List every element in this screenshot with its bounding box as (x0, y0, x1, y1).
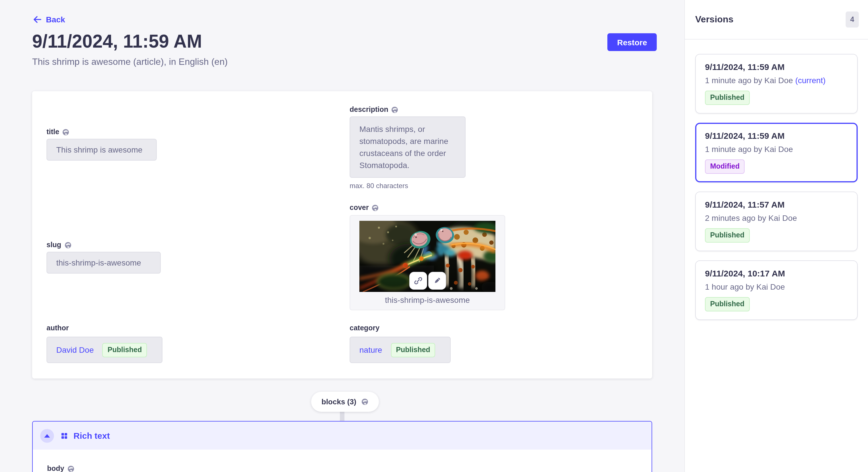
version-status-badge: Published (705, 228, 749, 243)
page-title: 9/11/2024, 11:59 AM (32, 30, 202, 52)
version-byline: 2 minutes ago by Kai Doe (705, 213, 848, 223)
author-status-badge: Published (102, 343, 147, 357)
rich-text-block: Rich text body (32, 421, 652, 472)
title-input[interactable]: This shrimp is awesome (46, 139, 157, 161)
author-relation-box: David Doe Published (46, 337, 162, 363)
back-label: Back (46, 15, 65, 24)
globe-icon (372, 204, 379, 211)
globe-icon (64, 241, 71, 248)
version-card[interactable]: 9/11/2024, 11:59 AM 1 minute ago by Kai … (695, 54, 858, 113)
pencil-icon (432, 276, 442, 285)
version-fields-card: title This shrimp is awesome description… (32, 91, 652, 378)
link-icon (413, 276, 423, 285)
slug-field-label: slug (46, 241, 71, 249)
restore-button[interactable]: Restore (608, 33, 657, 51)
author-field-label: author (46, 324, 69, 332)
blocks-pill-label: blocks (3) (321, 398, 356, 406)
versions-list: 9/11/2024, 11:59 AM 1 minute ago by Kai … (685, 40, 868, 320)
category-relation-link[interactable]: nature (360, 345, 382, 355)
cover-media-card: this-shrimp-is-awesome (350, 215, 505, 310)
globe-icon (62, 128, 69, 136)
version-byline: 1 hour ago by Kai Doe (705, 282, 848, 291)
version-status-badge: Published (705, 297, 749, 311)
version-date: 9/11/2024, 11:57 AM (705, 200, 848, 209)
versions-count-badge: 4 (846, 11, 859, 28)
globe-icon (67, 465, 74, 472)
versions-title: Versions (695, 14, 733, 25)
rich-text-block-header[interactable]: Rich text (33, 422, 652, 450)
category-relation-box: nature Published (350, 337, 451, 363)
description-textarea[interactable]: Mantis shrimps, or stomatopods, are mari… (350, 116, 466, 178)
description-hint: max. 80 characters (350, 182, 408, 190)
version-card[interactable]: 9/11/2024, 10:17 AM 1 hour ago by Kai Do… (695, 260, 858, 320)
description-field-label: description (350, 105, 399, 113)
page-subtitle: This shrimp is awesome (article), in Eng… (32, 57, 228, 67)
content-history-page: Back 9/11/2024, 11:59 AM This shrimp is … (0, 0, 868, 472)
globe-icon (361, 398, 368, 405)
title-field-label: title (46, 128, 69, 136)
version-byline: 1 minute ago by Kai Doe (705, 144, 848, 154)
copy-link-button[interactable] (409, 272, 427, 290)
rich-text-block-title: Rich text (73, 431, 110, 440)
edit-cover-button[interactable] (428, 272, 446, 290)
version-date: 9/11/2024, 11:59 AM (705, 131, 848, 140)
arrow-left-icon (33, 15, 42, 24)
version-status-badge: Published (705, 91, 749, 105)
version-card-selected[interactable]: 9/11/2024, 11:59 AM 1 minute ago by Kai … (695, 123, 858, 182)
main-panel: Back 9/11/2024, 11:59 AM This shrimp is … (0, 0, 684, 472)
author-relation-link[interactable]: David Doe (56, 345, 94, 355)
caret-up-icon (44, 434, 50, 437)
cover-actions (409, 272, 446, 290)
globe-icon (391, 106, 399, 113)
version-byline: 1 minute ago by Kai Doe (current) (705, 76, 848, 85)
version-date: 9/11/2024, 10:17 AM (705, 268, 848, 278)
blocks-grid-icon (60, 432, 68, 440)
version-status-badge: Modified (705, 160, 745, 174)
blocks-field-pill: blocks (3) (311, 392, 379, 412)
back-link[interactable]: Back (33, 15, 65, 24)
cover-field-label: cover (350, 204, 379, 212)
version-card[interactable]: 9/11/2024, 11:57 AM 2 minutes ago by Kai… (695, 192, 858, 251)
current-version-label: (current) (793, 76, 826, 85)
slug-input[interactable]: this-shrimp-is-awesome (46, 252, 161, 274)
category-field-label: category (350, 324, 379, 332)
cover-caption: this-shrimp-is-awesome (350, 295, 505, 305)
versions-sidebar: Versions 4 9/11/2024, 11:59 AM 1 minute … (684, 0, 868, 472)
category-status-badge: Published (391, 343, 435, 357)
version-date: 9/11/2024, 11:59 AM (705, 62, 848, 72)
body-field-label: body (47, 465, 74, 472)
collapse-button[interactable] (40, 429, 54, 442)
versions-header: Versions 4 (685, 0, 868, 40)
